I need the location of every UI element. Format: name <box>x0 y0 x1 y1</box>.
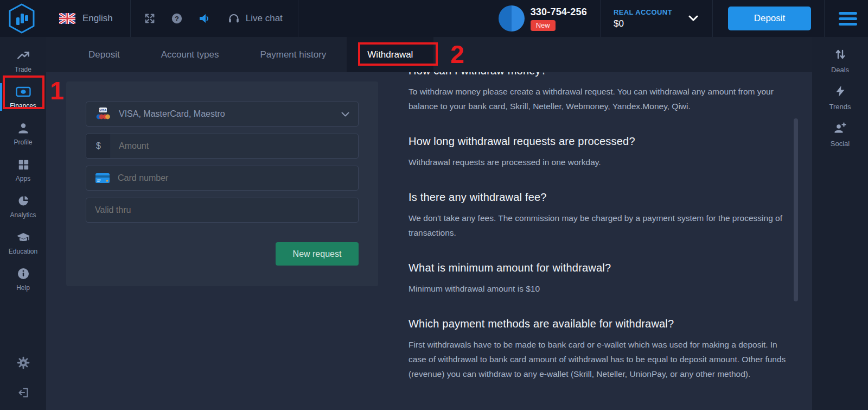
sidebar-item-label: Trade <box>15 66 31 73</box>
sidebar-item-apps[interactable]: Apps <box>0 152 46 188</box>
currency-prefix: $ <box>86 134 111 158</box>
account-id: 330-754-256 <box>531 7 587 18</box>
svg-text:VISA: VISA <box>100 109 107 112</box>
sidebar-item-label: Analytics <box>10 211 36 219</box>
sidebar-item-trade[interactable]: Trade <box>0 42 46 79</box>
sidebar-item-education[interactable]: Education <box>0 224 46 261</box>
social-add-user-icon <box>833 122 847 136</box>
menu-icon[interactable] <box>839 12 857 26</box>
right-sidebar: Deals Trends Social <box>812 37 868 410</box>
info-icon <box>17 267 30 281</box>
faq-answer: Withdrawal requests are processed in one… <box>409 155 789 169</box>
rightbar-item-social[interactable]: Social <box>812 116 868 153</box>
analytics-pie-icon <box>17 194 30 208</box>
sidebar-item-label: Education <box>9 248 37 255</box>
account-balance: $0 <box>614 18 672 29</box>
sound-icon[interactable] <box>198 12 211 25</box>
sidebar-item-label: Finances <box>10 102 36 110</box>
divider <box>600 0 601 37</box>
tab-deposit[interactable]: Deposit <box>68 37 141 72</box>
divider <box>298 0 298 37</box>
account-switcher[interactable]: REAL ACCOUNT $0 <box>614 8 672 29</box>
valid-thru-field <box>86 198 359 223</box>
faq-question: What is minimum amount for withdrawal? <box>409 262 789 274</box>
language-selector[interactable]: English <box>59 13 113 24</box>
faq-section: What is minimum amount for withdrawal? M… <box>409 262 789 296</box>
top-header: English ? Live chat <box>0 0 868 37</box>
faq-section: Which payment methods are available for … <box>409 318 789 381</box>
deposit-button[interactable]: Deposit <box>728 7 811 30</box>
sidebar-item-help[interactable]: Help <box>0 261 46 297</box>
card-number-input[interactable] <box>110 166 358 190</box>
payment-method-value: VISA, MasterCard, Maestro <box>119 109 341 119</box>
tab-account-types[interactable]: Account types <box>141 37 240 72</box>
rightbar-item-label: Trends <box>829 103 851 111</box>
divider <box>824 0 825 37</box>
chevron-down-icon <box>341 109 349 119</box>
rightbar-item-label: Social <box>831 140 850 148</box>
settings-gear-icon[interactable] <box>16 356 30 370</box>
headset-icon <box>227 12 240 25</box>
valid-thru-input[interactable] <box>86 198 358 222</box>
sidebar-item-profile[interactable]: Profile <box>0 115 46 152</box>
brand-logo-icon[interactable] <box>7 3 36 34</box>
faq-answer: To withdraw money please create a withdr… <box>409 84 789 113</box>
main-area: Deposit Account types Payment history Wi… <box>46 37 812 410</box>
education-cap-icon <box>16 230 31 244</box>
sidebar-item-finances[interactable]: Finances <box>0 79 46 115</box>
faq-question: How long withdrawal requests are process… <box>409 135 789 148</box>
sidebar-item-analytics[interactable]: Analytics <box>0 188 46 224</box>
payment-method-select[interactable]: VISA VISA, MasterCard, Maestro <box>86 102 359 127</box>
withdrawal-form: VISA VISA, MasterCard, Maestro $ <box>66 81 378 286</box>
finances-icon <box>16 85 31 99</box>
faq-question: Which payment methods are available for … <box>409 318 789 330</box>
withdrawal-faq: How can I withdraw money? To withdraw mo… <box>409 72 789 403</box>
logout-icon[interactable] <box>17 386 30 399</box>
rightbar-item-label: Deals <box>831 66 849 74</box>
live-chat-label: Live chat <box>246 13 283 24</box>
faq-question: How can I withdraw money? <box>409 72 789 77</box>
faq-section: Is there any withdrawal fee? We don't ta… <box>409 191 789 240</box>
profile-icon <box>17 121 30 135</box>
sidebar-item-label: Apps <box>16 175 30 182</box>
rightbar-item-trends[interactable]: Trends <box>812 79 868 116</box>
divider <box>130 0 131 37</box>
left-sidebar: Trade Finances Profile <box>0 37 46 410</box>
sidebar-item-label: Help <box>16 284 30 292</box>
faq-question: Is there any withdrawal fee? <box>409 191 789 204</box>
withdrawal-page: English ? Live chat <box>0 0 868 410</box>
live-chat-button[interactable]: Live chat <box>227 12 283 25</box>
tab-payment-history[interactable]: Payment history <box>239 37 347 72</box>
apps-grid-icon <box>17 157 29 172</box>
uk-flag-icon <box>59 13 75 24</box>
help-question-icon[interactable]: ? <box>171 12 183 24</box>
faq-answer: First withdrawals have to be made to ban… <box>409 337 789 381</box>
credit-card-icon <box>95 173 110 184</box>
faq-section: How long withdrawal requests are process… <box>409 135 789 169</box>
faq-answer: We don't take any fees. The commission m… <box>409 211 789 240</box>
scrollbar-thumb[interactable] <box>794 118 798 301</box>
card-number-field <box>86 166 359 191</box>
finance-tabs: Deposit Account types Payment history Wi… <box>46 37 812 72</box>
card-brands-icon: VISA <box>95 107 111 121</box>
account-type-label: REAL ACCOUNT <box>614 8 672 16</box>
tab-withdrawal[interactable]: Withdrawal <box>347 37 433 72</box>
faq-answer: Minimum withdrawal amount is $10 <box>409 281 789 296</box>
language-label: English <box>82 13 113 24</box>
svg-text:?: ? <box>175 15 179 23</box>
faq-section: How can I withdraw money? To withdraw mo… <box>409 72 789 113</box>
chevron-down-icon[interactable] <box>688 14 698 23</box>
amount-field: $ <box>86 134 359 159</box>
trends-bolt-icon <box>834 85 847 99</box>
divider <box>712 0 713 37</box>
new-request-button[interactable]: New request <box>276 242 359 266</box>
fullscreen-icon[interactable] <box>144 12 156 24</box>
avatar[interactable] <box>499 5 525 31</box>
trade-icon <box>16 48 30 62</box>
sidebar-item-label: Profile <box>14 138 32 146</box>
amount-input[interactable] <box>111 134 358 158</box>
withdrawal-content: VISA VISA, MasterCard, Maestro $ <box>46 72 812 410</box>
new-badge: New <box>531 20 556 31</box>
deals-arrows-icon <box>834 48 847 62</box>
rightbar-item-deals[interactable]: Deals <box>812 42 868 79</box>
